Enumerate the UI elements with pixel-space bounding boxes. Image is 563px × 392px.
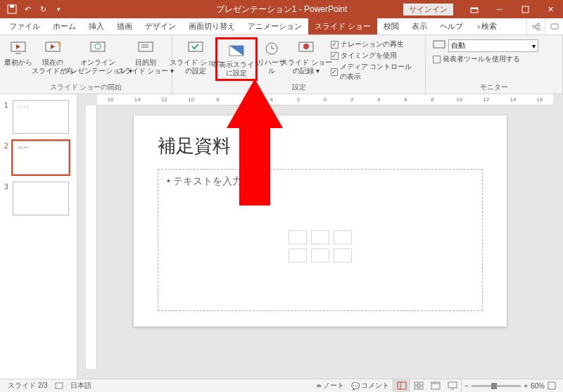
ribbon-options-icon[interactable] <box>462 0 487 18</box>
play-narrations-check[interactable]: ✓ナレーションの再生 <box>331 39 418 49</box>
ruler-horizontal: 1614121086420246810121416 <box>97 94 553 106</box>
sorter-view-button[interactable] <box>410 379 427 393</box>
zoom-level[interactable]: 60% <box>531 382 545 390</box>
svg-point-29 <box>303 44 309 49</box>
fit-button[interactable] <box>548 381 556 390</box>
slide-editor: 1614121086420246810121416 補足資料 • テキストを入力 <box>77 94 563 379</box>
statusbar: スライド 2/3 日本語 ≐ ノート 💬 コメント − + 60% <box>0 379 563 392</box>
svg-rect-30 <box>434 41 445 48</box>
slide-thumbnails: 1タイトル 2補足資料 3 <box>0 94 77 379</box>
reading-view-button[interactable] <box>427 379 444 393</box>
zoom-controls: − + 60% <box>462 381 559 390</box>
tab-help[interactable]: ヘルプ <box>434 18 469 34</box>
monitor-icon <box>433 40 445 51</box>
svg-rect-10 <box>551 24 558 29</box>
svg-rect-37 <box>419 386 423 389</box>
from-beginning-button[interactable]: 最初から <box>3 37 34 67</box>
record-icon <box>298 39 315 58</box>
svg-point-18 <box>95 44 101 49</box>
monitor-check-icon <box>187 39 204 58</box>
redo-icon[interactable]: ↻ <box>37 3 49 15</box>
titlebar: ↶ ↻ ▾ プレゼンテーション1 - PowerPoint サインイン ─ ✕ <box>0 0 563 18</box>
tab-file[interactable]: ファイル <box>3 18 46 34</box>
svg-rect-3 <box>471 8 478 9</box>
slideshow-view-button[interactable] <box>444 379 461 393</box>
monitor-play-icon <box>10 39 27 58</box>
hide-slide-icon <box>227 41 246 61</box>
tab-slideshow[interactable]: スライド ショー <box>308 18 377 34</box>
svg-marker-15 <box>51 44 55 49</box>
tab-transitions[interactable]: 画面切り替え <box>182 18 241 34</box>
normal-view-button[interactable] <box>393 379 410 393</box>
globe-monitor-icon <box>89 39 106 58</box>
record-slideshow-button[interactable]: スライド ショー の記録 ▾ <box>286 37 327 75</box>
tab-draw[interactable]: 描画 <box>110 18 139 34</box>
slide-body[interactable]: • テキストを入力 <box>158 169 483 311</box>
svg-rect-36 <box>415 386 418 389</box>
ruler-vertical <box>86 106 97 369</box>
maximize-button[interactable] <box>512 0 538 18</box>
comments-button[interactable] <box>545 18 563 34</box>
thumb-3[interactable]: 3 <box>0 180 77 221</box>
window-title: プレゼンテーション1 - PowerPoint <box>216 4 348 15</box>
monitor-play-star-icon: ★ <box>44 39 61 58</box>
presenter-view-check[interactable]: 発表者ツールを使用する <box>433 54 538 64</box>
svg-rect-31 <box>56 383 63 388</box>
content-placeholder-icons[interactable] <box>289 230 352 263</box>
list-monitor-icon <box>137 39 154 58</box>
tab-view[interactable]: 表示 <box>405 18 434 34</box>
monitor-select[interactable]: 自動▾ <box>448 39 538 52</box>
tell-me[interactable]: ♀ 検索 <box>469 18 503 34</box>
ribbon-tabs: ファイル ホーム 挿入 描画 デザイン 画面切り替え アニメーション スライド … <box>0 18 563 35</box>
minimize-button[interactable]: ─ <box>487 0 512 18</box>
slide-indicator[interactable]: スライド 2/3 <box>4 381 51 391</box>
svg-rect-1 <box>10 5 14 8</box>
tab-home[interactable]: ホーム <box>46 18 82 34</box>
comments-button-status[interactable]: 💬 コメント <box>348 381 393 391</box>
signin-button[interactable]: サインイン <box>403 4 453 15</box>
group-start-slideshow: 最初から ★ 現在の スライドから オンライン プレゼンテーション ▾ 目的別 … <box>0 35 172 94</box>
media-controls-check[interactable]: ✓メディア コントロールの表示 <box>331 62 418 82</box>
tab-design[interactable]: デザイン <box>139 18 182 34</box>
slide-canvas[interactable]: 補足資料 • テキストを入力 <box>134 115 507 327</box>
language-indicator[interactable]: 日本語 <box>67 381 95 391</box>
undo-icon[interactable]: ↶ <box>21 3 34 15</box>
tab-insert[interactable]: 挿入 <box>82 18 110 34</box>
share-button[interactable] <box>526 18 545 34</box>
view-buttons <box>393 379 462 393</box>
use-timings-check[interactable]: ✓タイミングを使用 <box>331 51 418 61</box>
workarea: 1タイトル 2補足資料 3 1614121086420246810121416 … <box>0 94 563 379</box>
svg-rect-4 <box>522 6 529 13</box>
svg-rect-35 <box>419 382 423 385</box>
svg-rect-42 <box>548 382 555 389</box>
svg-rect-40 <box>448 382 457 388</box>
save-icon[interactable] <box>6 3 18 15</box>
group-monitors: 自動▾ 発表者ツールを使用する モニター <box>426 35 563 94</box>
present-online-button[interactable]: オンライン プレゼンテーション ▾ <box>72 37 124 75</box>
zoom-in-button[interactable]: + <box>524 382 528 390</box>
zoom-slider[interactable] <box>472 385 521 387</box>
ribbon: 最初から ★ 現在の スライドから オンライン プレゼンテーション ▾ 目的別 … <box>0 35 563 94</box>
qat-dropdown-icon[interactable]: ▾ <box>52 3 65 15</box>
svg-rect-32 <box>398 382 406 389</box>
thumb-2[interactable]: 2補足資料 <box>0 139 77 180</box>
spellcheck-icon[interactable] <box>51 381 67 390</box>
clock-icon <box>264 39 279 58</box>
svg-text:★: ★ <box>57 41 61 47</box>
hide-slide-button[interactable]: 非表示スライド に設定 <box>215 37 258 81</box>
close-button[interactable]: ✕ <box>538 0 563 18</box>
zoom-out-button[interactable]: − <box>464 382 469 390</box>
slide-title[interactable]: 補足資料 <box>158 134 231 158</box>
svg-marker-12 <box>16 44 20 49</box>
setup-slideshow-button[interactable]: スライド ショー の設定 <box>175 37 215 75</box>
tab-review[interactable]: 校閲 <box>377 18 405 34</box>
thumb-1[interactable]: 1タイトル <box>0 99 77 139</box>
notes-button[interactable]: ≐ ノート <box>312 381 348 391</box>
group-setup: スライド ショー の設定 非表示スライド に設定 リハーサル スライド ショー … <box>172 35 426 94</box>
svg-rect-34 <box>415 382 418 385</box>
custom-slideshow-button[interactable]: 目的別 スライド ショー ▾ <box>124 37 167 75</box>
setup-checks: ✓ナレーションの再生 ✓タイミングを使用 ✓メディア コントロールの表示 <box>327 37 422 82</box>
tab-animations[interactable]: アニメーション <box>241 18 308 34</box>
